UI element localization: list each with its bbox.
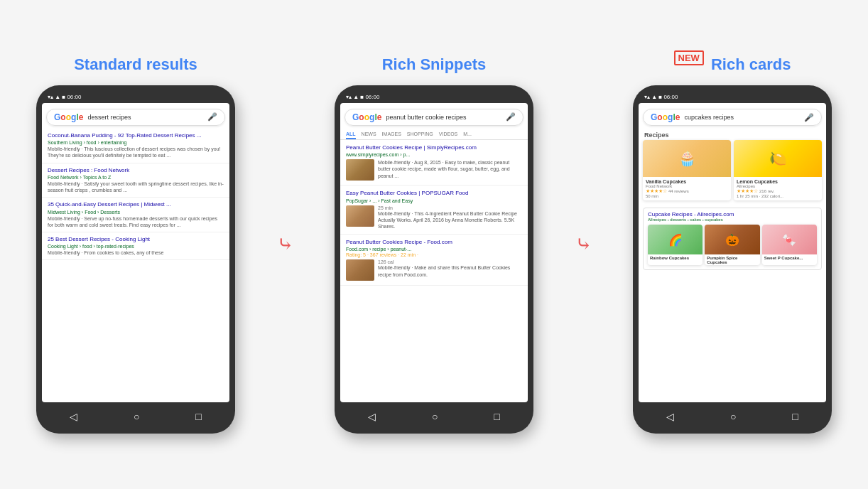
tab-images[interactable]: IMAGES — [382, 131, 401, 139]
card-lemon-info: Lemon Cupcakes Allrecipes ★★★★☆ 216 rev.… — [734, 177, 822, 200]
result-4: 25 Best Dessert Recipes - Cooking Light … — [42, 232, 229, 260]
home-btn-2[interactable]: ○ — [432, 411, 438, 422]
tab-shopping[interactable]: SHOPPING — [407, 131, 433, 139]
tab-videos[interactable]: VIDEOS — [439, 131, 457, 139]
google-logo-2: Google — [352, 112, 381, 122]
cards-label: Recipes — [639, 129, 826, 140]
phone-snippets: ▾▴ ▲ ■ 06:00 Google peanut butter cookie… — [335, 85, 533, 434]
allrecipes-section: Cupcake Recipes - Allrecipes.com Allreci… — [643, 208, 822, 270]
cards-bottom-row: 🌈 Rainbow Cupcakes 🎃 Pumpkin Spice Cupca… — [644, 225, 821, 269]
snippet-3-thumb — [346, 259, 374, 281]
tab-more[interactable]: M... — [463, 131, 472, 139]
card-vanilla-time: 50 min — [646, 194, 728, 198]
result-4-title: 25 Best Dessert Recipes - Cooking Light — [48, 236, 224, 243]
card-lemon-img: 🍋 — [734, 140, 822, 177]
allrecipes-url: Allrecipes › desserts › cakes › cupcakes — [648, 217, 817, 222]
card-vanilla-img: 🧁 — [643, 140, 731, 177]
card-vanilla-stars: ★★★★☆ 44 reviews — [646, 188, 728, 194]
snippet-1-thumb — [346, 159, 374, 181]
search-bar-1[interactable]: Google dessert recipes 🎤 — [46, 109, 225, 126]
phone-standard: ▾▴ ▲ ■ 06:00 Google dessert recipes 🎤 Co… — [36, 85, 235, 434]
search-query-2: peanut butter cookie recipes — [386, 114, 506, 121]
cards-top-row: 🧁 Vanilla Cupcakes Food Network ★★★★☆ 44… — [639, 140, 826, 205]
search-bar-3[interactable]: Google cupcakes recipes 🎤 — [643, 109, 822, 126]
screen-cards: Google cupcakes recipes 🎤 Recipes 🧁 Vani… — [639, 103, 826, 402]
recents-btn-3[interactable]: □ — [792, 411, 798, 422]
recents-btn-1[interactable]: □ — [195, 411, 201, 422]
card-sweet[interactable]: 🍬 Sweet P Cupcake... — [762, 225, 817, 265]
result-3-title: 35 Quick-and-Easy Dessert Recipes | Midw… — [48, 201, 224, 208]
standard-section: Standard results ▾▴ ▲ ■ 06:00 Google des… — [8, 55, 264, 434]
snippet-2: Easy Peanut Butter Cookies | POPSUGAR Fo… — [340, 186, 528, 235]
snippet-3-cal: 126 cal — [378, 259, 522, 264]
snippet-2-thumb — [346, 205, 374, 227]
home-btn-3[interactable]: ○ — [730, 411, 736, 422]
card-lemon-stars: ★★★★☆ 216 rev. — [737, 188, 819, 194]
snippet-1: Peanut Butter Cookies Recipe | SimplyRec… — [340, 140, 528, 186]
snippet-2-url: PopSugar › ... › Fast and Easy — [346, 198, 522, 203]
card-vanilla-name: Vanilla Cupcakes — [646, 179, 728, 184]
back-btn-1[interactable]: ◁ — [70, 411, 77, 422]
card-rainbow-name: Rainbow Cupcakes — [648, 254, 702, 261]
card-vanilla-info: Vanilla Cupcakes Food Network ★★★★☆ 44 r… — [643, 177, 731, 200]
snippet-1-url: www.simplyrecipes.com › p... — [346, 152, 522, 157]
snippet-3-title: Peanut Butter Cookies Recipe - Food.com — [346, 239, 522, 246]
google-logo-1: Google — [54, 112, 83, 122]
result-4-url: Cooking Light › food › top-rated-recipes — [48, 244, 224, 249]
main-container: Standard results ▾▴ ▲ ■ 06:00 Google des… — [8, 55, 860, 434]
screen-snippets: Google peanut butter cookie recipes 🎤 AL… — [340, 103, 528, 402]
time-3: ▾▴ ▲ ■ 06:00 — [644, 94, 678, 100]
home-btn-1[interactable]: ○ — [134, 411, 139, 422]
rich-cards-section: NEW Rich cards ▾▴ ▲ ■ 06:00 Google cupca… — [604, 55, 860, 434]
search-tabs: ALL NEWS IMAGES SHOPPING VIDEOS M... — [340, 129, 528, 140]
card-sweet-img: 🍬 — [762, 225, 817, 254]
allrecipes-header: Cupcake Recipes - Allrecipes.com Allreci… — [644, 208, 821, 225]
card-pumpkin[interactable]: 🎃 Pumpkin Spice Cupcakes — [705, 225, 759, 265]
screen-standard: Google dessert recipes 🎤 Coconut-Banana … — [42, 103, 229, 402]
standard-title: Standard results — [74, 55, 197, 74]
mic-icon-1: 🎤 — [207, 112, 217, 122]
result-1-title: Coconut-Banana Pudding - 92 Top-Rated De… — [48, 132, 224, 139]
back-btn-3[interactable]: ◁ — [666, 411, 674, 422]
card-pumpkin-img: 🎃 — [705, 225, 759, 254]
mic-icon-3: 🎤 — [804, 113, 814, 122]
snippet-3-text: Mobile-friendly · Make and share this Pe… — [378, 264, 522, 277]
tab-all[interactable]: ALL — [346, 131, 356, 139]
phone-status-bar-3: ▾▴ ▲ ■ 06:00 — [639, 92, 826, 103]
phone-status-bar-1: ▾▴ ▲ ■ 06:00 — [42, 92, 229, 103]
snippet-3-body: 126 cal Mobile-friendly · Make and share… — [346, 259, 522, 281]
nav-bar-1: ◁ ○ □ — [42, 407, 229, 426]
snippet-2-meta: 25 min — [378, 205, 522, 210]
arrow-2-section: ⤷ — [562, 232, 604, 256]
time-2: ▾▴ ▲ ■ 06:00 — [346, 94, 379, 100]
recents-btn-2[interactable]: □ — [494, 411, 499, 422]
result-3-desc: Mobile-friendly · Serve up no-fuss homem… — [48, 215, 224, 228]
result-1: Coconut-Banana Pudding - 92 Top-Rated De… — [42, 129, 229, 163]
result-2-url: Food Network › Topics A to Z — [48, 175, 224, 180]
card-lemon[interactable]: 🍋 Lemon Cupcakes Allrecipes ★★★★☆ 216 re… — [734, 140, 822, 200]
arrow-1-section: ⤷ — [264, 232, 306, 256]
snippet-2-body: 25 min Mobile-friendly · This 4-Ingredie… — [346, 205, 522, 230]
result-1-desc: Mobile-friendly · This luscious collecti… — [48, 146, 224, 158]
result-2-title: Dessert Recipes : Food Network — [48, 167, 224, 174]
snippet-2-text: Mobile-friendly · This 4-Ingredient Pean… — [378, 210, 522, 230]
card-pumpkin-name: Pumpkin Spice Cupcakes — [705, 254, 759, 265]
card-rainbow-img: 🌈 — [648, 225, 702, 254]
back-btn-2[interactable]: ◁ — [368, 411, 376, 422]
card-rainbow[interactable]: 🌈 Rainbow Cupcakes — [648, 225, 702, 265]
card-vanilla[interactable]: 🧁 Vanilla Cupcakes Food Network ★★★★☆ 44… — [643, 140, 731, 200]
google-logo-3: Google — [651, 112, 680, 122]
rich-snippets-section: Rich Snippets ▾▴ ▲ ■ 06:00 Google peanut… — [306, 55, 562, 434]
result-4-desc: Mobile-friendly · From cookies to cakes,… — [48, 249, 224, 256]
result-2: Dessert Recipes : Food Network Food Netw… — [42, 163, 229, 198]
phone-cards: ▾▴ ▲ ■ 06:00 Google cupcakes recipes 🎤 R… — [633, 85, 832, 434]
result-2-desc: Mobile-friendly · Satisfy your sweet too… — [48, 181, 224, 193]
result-1-url: Southern Living › food › entertaining — [48, 140, 224, 145]
arrow-1: ⤷ — [277, 232, 293, 256]
phone-status-bar-2: ▾▴ ▲ ■ 06:00 — [340, 92, 528, 103]
card-lemon-time: 1 hr 25 min · 232 calori... — [737, 194, 819, 198]
arrow-2: ⤷ — [575, 232, 592, 256]
search-bar-2[interactable]: Google peanut butter cookie recipes 🎤 — [345, 109, 523, 126]
tab-news[interactable]: NEWS — [362, 131, 376, 139]
snippet-2-title: Easy Peanut Butter Cookies | POPSUGAR Fo… — [346, 190, 522, 197]
